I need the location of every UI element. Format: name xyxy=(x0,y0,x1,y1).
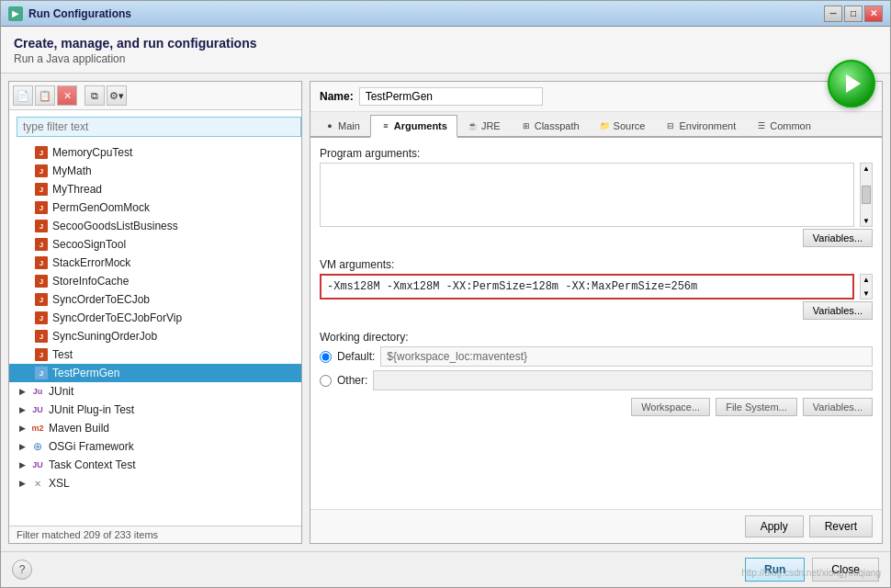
tree-group-xsl[interactable]: ▶ ✕ XSL xyxy=(9,474,301,492)
tab-jre[interactable]: ☕ JRE xyxy=(457,115,511,136)
list-item[interactable]: J StoreInfoCache xyxy=(9,272,301,290)
scroll-thumb xyxy=(862,186,871,204)
scroll-down-arrow[interactable]: ▼ xyxy=(863,217,870,225)
minimize-button[interactable]: ─ xyxy=(824,6,842,22)
other-dir-input[interactable] xyxy=(373,370,873,390)
delete-configuration-button[interactable]: ✕ xyxy=(57,85,77,106)
list-item[interactable]: J SecooSignTool xyxy=(9,235,301,254)
java-icon: J xyxy=(35,348,48,361)
list-item[interactable]: J SyncOrderToECJobForVip xyxy=(9,309,301,327)
tab-environment[interactable]: ⊟ Environment xyxy=(655,115,746,136)
vm-scroll-up-arrow[interactable]: ▲ xyxy=(863,276,870,284)
filter-input[interactable] xyxy=(17,117,301,137)
tree-item-label: StoreInfoCache xyxy=(52,275,129,288)
common-tab-icon: ☰ xyxy=(756,120,767,131)
tree-item-label: Test xyxy=(52,348,73,361)
java-icon: J xyxy=(35,367,48,379)
tree-group-junit-plugin[interactable]: ▶ JU JUnit Plug-in Test xyxy=(9,401,301,419)
tree-item-label: SyncOrderToECJob xyxy=(52,293,150,306)
program-args-textarea[interactable] xyxy=(320,163,854,227)
expand-icon: ▶ xyxy=(17,441,28,452)
run-circle-button[interactable] xyxy=(828,60,875,107)
task-context-icon: JU xyxy=(30,458,45,472)
tab-classpath[interactable]: ⊞ Classpath xyxy=(511,115,590,136)
junit-plugin-icon: JU xyxy=(30,402,45,417)
list-item[interactable]: J SyncSuningOrderJob xyxy=(9,327,301,345)
tree-group-maven[interactable]: ▶ m2 Maven Build xyxy=(9,419,301,437)
java-icon: J xyxy=(35,183,48,196)
tree-item-label: MyMath xyxy=(52,164,92,177)
list-item[interactable]: J Test xyxy=(9,345,301,364)
tab-classpath-label: Classpath xyxy=(535,120,580,131)
classpath-tab-icon: ⊞ xyxy=(521,120,532,131)
variables-btn-area: Variables... xyxy=(320,229,873,247)
vm-args-input[interactable] xyxy=(320,274,854,300)
header-subtitle: Run a Java application xyxy=(14,52,877,65)
filter-area xyxy=(9,110,301,143)
expand-icon: ▶ xyxy=(17,423,28,434)
header-area: Create, manage, and run configurations R… xyxy=(1,27,890,74)
vm-args-variables-button[interactable]: Variables... xyxy=(803,301,873,320)
scroll-up-arrow[interactable]: ▲ xyxy=(863,164,870,173)
expand-icon: ▶ xyxy=(17,404,28,415)
tab-jre-label: JRE xyxy=(481,120,501,131)
expand-icon: ▶ xyxy=(17,478,28,489)
working-dir-variables-button[interactable]: Variables... xyxy=(803,398,873,416)
tree-area[interactable]: J MemoryCpuTest J MyMath J MyThread J Pe… xyxy=(9,143,301,526)
config-name-input[interactable] xyxy=(359,87,543,106)
copy-configuration-button[interactable]: 📋 xyxy=(35,85,55,106)
default-radio-label: Default: xyxy=(337,350,375,363)
list-item[interactable]: J SyncOrderToECJob xyxy=(9,290,301,309)
group-label: Task Context Test xyxy=(49,458,136,471)
group-label: JUnit Plug-in Test xyxy=(49,403,134,416)
window-icon: ▶ xyxy=(8,6,23,21)
vm-scroll-down-arrow[interactable]: ▼ xyxy=(863,289,870,298)
main-tab-icon: ● xyxy=(324,120,335,131)
tab-source-label: Source xyxy=(614,120,646,131)
list-item[interactable]: J MyThread xyxy=(9,180,301,198)
tab-main[interactable]: ● Main xyxy=(314,115,370,136)
default-dir-input[interactable] xyxy=(380,346,873,367)
revert-button[interactable]: Revert xyxy=(809,515,873,537)
list-item-selected[interactable]: J TestPermGen xyxy=(9,364,301,382)
java-icon: J xyxy=(35,256,48,269)
tab-source[interactable]: 📁 Source xyxy=(590,115,656,136)
list-item[interactable]: J MyMath xyxy=(9,162,301,180)
tree-group-task-context[interactable]: ▶ JU Task Context Test xyxy=(9,456,301,474)
list-item[interactable]: J SecooGoodsListBusiness xyxy=(9,217,301,235)
tab-common[interactable]: ☰ Common xyxy=(746,115,821,136)
maven-icon: m2 xyxy=(30,421,45,435)
list-item[interactable]: J StackErrorMock xyxy=(9,254,301,272)
new-configuration-button[interactable]: 📄 xyxy=(13,85,33,106)
expand-icon: ▶ xyxy=(17,386,28,397)
tree-item-label: PermGenOomMock xyxy=(52,201,150,214)
window-close-button[interactable]: ✕ xyxy=(864,6,883,22)
list-item[interactable]: J PermGenOomMock xyxy=(9,198,301,217)
apply-button[interactable]: Apply xyxy=(745,515,804,537)
workspace-button[interactable]: Workspace... xyxy=(631,398,710,416)
other-radio[interactable] xyxy=(320,375,332,387)
tab-arguments[interactable]: ≡ Arguments xyxy=(370,115,457,138)
java-icon: J xyxy=(35,293,48,306)
help-button[interactable]: ? xyxy=(12,560,32,580)
list-item[interactable]: J MemoryCpuTest xyxy=(9,143,301,162)
filter-status: Filter matched 209 of 233 items xyxy=(9,526,301,543)
file-system-button[interactable]: File System... xyxy=(716,398,797,416)
arguments-tab-icon: ≡ xyxy=(380,120,391,131)
java-icon: J xyxy=(35,220,48,232)
group-label: XSL xyxy=(49,477,70,490)
collapse-button[interactable]: ⧉ xyxy=(85,85,105,106)
default-radio[interactable] xyxy=(320,351,332,363)
group-label: JUnit xyxy=(49,385,73,398)
tabs-bar: ● Main ≡ Arguments ☕ JRE ⊞ Classpath 📁 xyxy=(310,112,882,138)
tree-group-junit[interactable]: ▶ Ju JUnit xyxy=(9,382,301,401)
name-label: Name: xyxy=(320,90,354,103)
maximize-button[interactable]: □ xyxy=(844,6,863,22)
jre-tab-icon: ☕ xyxy=(468,120,479,131)
left-panel: 📄 📋 ✕ ⧉ ⚙▾ J MemoryCpuTest J MyMath xyxy=(8,81,302,544)
program-args-variables-button[interactable]: Variables... xyxy=(803,229,873,247)
configure-button[interactable]: ⚙▾ xyxy=(107,85,127,106)
tree-item-label: StackErrorMock xyxy=(52,256,130,269)
tree-group-osgi[interactable]: ▶ ⊕ OSGi Framework xyxy=(9,437,301,456)
toolbar-separator xyxy=(79,85,83,106)
